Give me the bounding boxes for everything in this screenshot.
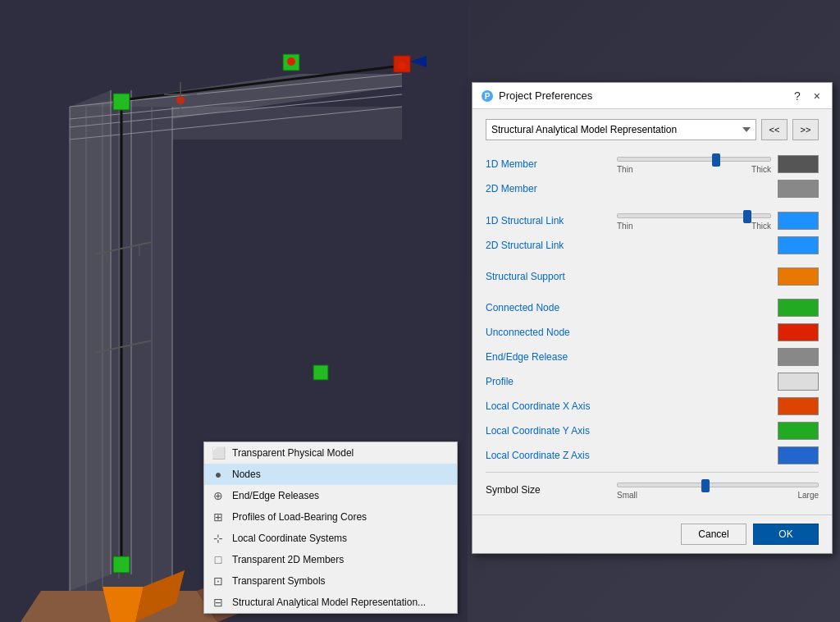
label-2d-structural-link: 2D Structural Link xyxy=(486,240,617,251)
context-menu-item-label: Transparent 2D Members xyxy=(232,554,344,565)
slider-1d-member: Thin Thick xyxy=(617,153,771,174)
prop-row-2d-structural-link: 2D Structural Link xyxy=(486,236,819,255)
context-menu-item[interactable]: ⊕End/Edge Releases xyxy=(204,485,457,506)
dialog-footer: Cancel OK xyxy=(472,515,832,553)
prop-row-connected-node: Connected Node xyxy=(486,298,819,318)
label-local-y-axis: Local Coordinate Y Axis xyxy=(486,425,617,437)
nav-next-button[interactable]: >> xyxy=(792,119,819,140)
label-2d-member: 2D Member xyxy=(486,183,617,194)
ok-button[interactable]: OK xyxy=(753,524,819,545)
slider-symbol-size: Small Large xyxy=(617,479,819,500)
context-menu: ⬜Transparent Physical Model●Nodes⊕End/Ed… xyxy=(203,441,458,614)
context-menu-item-label: Transparent Physical Model xyxy=(232,447,354,459)
dropdown-row: Structural Analytical Model Representati… xyxy=(486,119,819,140)
color-swatch-end-edge-release[interactable] xyxy=(778,348,819,366)
releases-icon: ⊕ xyxy=(211,488,226,503)
representation-dropdown[interactable]: Structural Analytical Model Representati… xyxy=(486,119,756,140)
context-menu-item-label: Profiles of Load-Bearing Cores xyxy=(232,511,367,523)
nodes-icon: ● xyxy=(211,467,226,482)
dialog-titlebar: P Project Preferences ? × xyxy=(472,83,832,109)
color-swatch-local-z-axis[interactable] xyxy=(778,446,819,464)
structural-rep-icon: ⊟ xyxy=(211,595,226,610)
profiles-icon: ⊞ xyxy=(211,510,226,524)
transparent-model-icon: ⬜ xyxy=(211,446,226,460)
label-1d-structural-link: 1D Structural Link xyxy=(486,215,617,226)
local-coord-icon: ⊹ xyxy=(211,531,226,546)
slider-track-symbol-size[interactable] xyxy=(617,483,819,487)
svg-marker-11 xyxy=(70,90,111,591)
label-connected-node: Connected Node xyxy=(486,302,617,313)
color-swatch-connected-node[interactable] xyxy=(778,299,819,317)
dialog-title-text: Project Preferences xyxy=(499,89,592,102)
context-menu-item[interactable]: ●Nodes xyxy=(204,464,457,485)
color-swatch-local-x-axis[interactable] xyxy=(778,397,819,415)
prop-row-1d-structural-link: 1D Structural Link Thin Thick xyxy=(486,210,819,231)
svg-point-31 xyxy=(287,57,295,66)
label-1d-member: 1D Member xyxy=(486,158,617,170)
context-menu-item[interactable]: □Transparent 2D Members xyxy=(204,549,457,570)
context-menu-item-label: Nodes xyxy=(232,469,261,480)
prop-row-structural-support: Structural Support xyxy=(486,267,819,286)
transparent-sym-icon: ⊡ xyxy=(211,574,226,588)
slider-track-1d-member[interactable] xyxy=(617,157,771,162)
dialog-title-buttons: ? × xyxy=(791,89,824,103)
label-structural-support: Structural Support xyxy=(486,271,617,282)
context-menu-item[interactable]: ⬜Transparent Physical Model xyxy=(204,442,457,464)
context-menu-item-label: End/Edge Releases xyxy=(232,490,319,501)
context-menu-item-label: Local Coordinate Systems xyxy=(232,533,347,544)
color-swatch-2d-structural-link[interactable] xyxy=(778,236,819,254)
slider-thick-label-2: Thick xyxy=(751,222,771,231)
label-local-z-axis: Local Coordinate Z Axis xyxy=(486,450,617,461)
symbol-size-section: Symbol Size Small Large xyxy=(486,479,819,500)
label-end-edge-release: End/Edge Release xyxy=(486,351,617,363)
color-swatch-1d-structural-link[interactable] xyxy=(778,212,819,230)
prop-row-profile: Profile xyxy=(486,372,819,391)
color-swatch-structural-support[interactable] xyxy=(778,268,819,286)
label-unconnected-node: Unconnected Node xyxy=(486,327,617,338)
prop-row-1d-member: 1D Member Thin Thick xyxy=(486,153,819,174)
context-menu-item[interactable]: ⊹Local Coordinate Systems xyxy=(204,528,457,549)
svg-rect-25 xyxy=(313,365,328,380)
slider-thumb-1d-link[interactable] xyxy=(743,210,751,223)
slider-1d-structural-link: Thin Thick xyxy=(617,210,771,231)
prop-row-unconnected-node: Unconnected Node xyxy=(486,322,819,342)
svg-rect-23 xyxy=(113,94,130,110)
context-menu-item[interactable]: ⊡Transparent Symbols xyxy=(204,570,457,592)
context-menu-item[interactable]: ⊞Profiles of Load-Bearing Cores xyxy=(204,506,457,528)
context-menu-item-label: Structural Analytical Model Representati… xyxy=(232,597,426,608)
slider-track-1d-link[interactable] xyxy=(617,213,771,218)
transparent-2d-icon: □ xyxy=(211,552,226,567)
cancel-button[interactable]: Cancel xyxy=(681,524,746,545)
dialog-close-button[interactable]: × xyxy=(810,89,824,103)
prop-row-end-edge-release: End/Edge Release xyxy=(486,347,819,367)
svg-text:P: P xyxy=(485,92,491,101)
slider-thin-label-2: Thin xyxy=(617,222,632,231)
svg-point-32 xyxy=(398,62,406,70)
dialog-title-icon: P xyxy=(481,89,494,103)
svg-rect-13 xyxy=(172,107,402,139)
project-preferences-dialog: P Project Preferences ? × Structural Ana… xyxy=(472,82,833,554)
color-swatch-1d-member[interactable] xyxy=(778,155,819,173)
svg-rect-22 xyxy=(113,556,130,573)
label-profile: Profile xyxy=(486,376,617,387)
context-menu-item[interactable]: ⊟Structural Analytical Model Representat… xyxy=(204,592,457,613)
prop-row-2d-member: 2D Member xyxy=(486,179,819,199)
color-swatch-profile[interactable] xyxy=(778,373,819,391)
slider-thumb-1d-member[interactable] xyxy=(712,153,720,167)
slider-thick-label: Thick xyxy=(751,165,771,174)
color-swatch-unconnected-node[interactable] xyxy=(778,323,819,341)
dialog-help-button[interactable]: ? xyxy=(791,89,804,103)
prop-row-local-x-axis: Local Coordinate X Axis xyxy=(486,396,819,416)
context-menu-item-label: Transparent Symbols xyxy=(232,575,326,587)
nav-prev-button[interactable]: << xyxy=(761,119,788,140)
slider-thumb-symbol-size[interactable] xyxy=(701,479,710,492)
dialog-title-area: P Project Preferences xyxy=(481,89,592,103)
prop-row-symbol-size: Symbol Size Small Large xyxy=(486,479,819,500)
prop-row-local-z-axis: Local Coordinate Z Axis xyxy=(486,446,819,465)
color-swatch-local-y-axis[interactable] xyxy=(778,422,819,440)
slider-labels-symbol-size: Small Large xyxy=(617,491,819,500)
color-swatch-2d-member[interactable] xyxy=(778,180,819,198)
slider-thin-label: Thin xyxy=(617,165,632,174)
symbol-small-label: Small xyxy=(617,491,637,500)
dialog-body: Structural Analytical Model Representati… xyxy=(472,109,832,515)
